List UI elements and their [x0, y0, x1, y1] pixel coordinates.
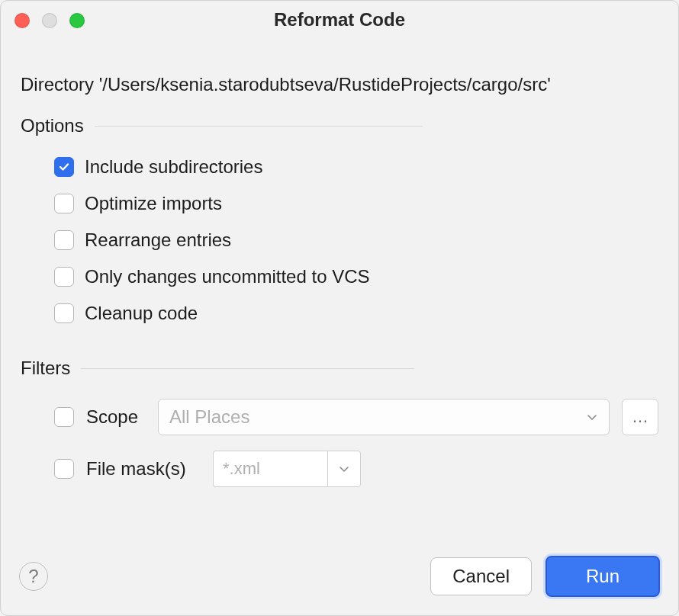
cancel-button[interactable]: Cancel — [430, 557, 532, 595]
filter-scope-row: Scope All Places … — [21, 391, 658, 443]
scope-label: Scope — [86, 406, 146, 428]
dialog-title: Reformat Code — [274, 9, 405, 30]
checkbox-include-subdirectories[interactable] — [54, 157, 74, 177]
directory-path-label: Directory '/Users/ksenia.starodubtseva/R… — [21, 74, 658, 95]
titlebar: Reformat Code — [1, 1, 678, 39]
reformat-code-dialog: Reformat Code Directory '/Users/ksenia.s… — [0, 0, 679, 616]
option-label: Include subdirectories — [85, 156, 262, 178]
checkbox-only-vcs-changes[interactable] — [54, 267, 74, 287]
help-icon: ? — [28, 566, 38, 587]
scope-browse-button[interactable]: … — [622, 399, 658, 435]
dialog-footer: ? Cancel Run — [1, 541, 678, 615]
scope-placeholder: All Places — [169, 406, 586, 428]
option-optimize-imports[interactable]: Optimize imports — [21, 185, 658, 222]
option-label: Only changes uncommitted to VCS — [85, 266, 370, 287]
checkbox-cleanup-code[interactable] — [54, 303, 74, 323]
help-button[interactable]: ? — [19, 562, 48, 591]
option-label: Rearrange entries — [85, 229, 231, 251]
window-minimize-button[interactable] — [42, 13, 57, 28]
checkbox-file-mask[interactable] — [54, 459, 74, 479]
dialog-content: Directory '/Users/ksenia.starodubtseva/R… — [1, 39, 678, 495]
checkbox-scope[interactable] — [54, 407, 74, 427]
filters-section-header: Filters — [21, 358, 658, 379]
window-controls — [14, 13, 85, 28]
option-include-subdirectories[interactable]: Include subdirectories — [21, 149, 658, 185]
file-mask-dropdown-button[interactable] — [327, 451, 361, 487]
file-mask-combobox[interactable]: *.xml — [213, 451, 361, 487]
window-close-button[interactable] — [14, 13, 30, 28]
options-section-header: Options — [21, 115, 658, 136]
file-mask-input[interactable]: *.xml — [213, 451, 327, 487]
option-cleanup-code[interactable]: Cleanup code — [21, 295, 658, 332]
chevron-down-icon — [586, 411, 598, 423]
checkbox-rearrange-entries[interactable] — [54, 230, 74, 250]
option-rearrange-entries[interactable]: Rearrange entries — [21, 222, 658, 258]
filters-section-divider — [81, 368, 414, 369]
ellipsis-icon: … — [632, 407, 648, 427]
option-label: Optimize imports — [85, 193, 222, 214]
options-section-divider — [95, 126, 423, 127]
option-only-vcs-changes[interactable]: Only changes uncommitted to VCS — [21, 258, 658, 295]
options-section-label: Options — [21, 115, 84, 136]
run-button[interactable]: Run — [545, 556, 660, 597]
checkmark-icon — [58, 161, 70, 173]
scope-combobox[interactable]: All Places — [158, 399, 610, 435]
filters-section-label: Filters — [21, 358, 70, 379]
file-mask-label: File mask(s) — [86, 458, 201, 480]
checkbox-optimize-imports[interactable] — [54, 194, 74, 213]
filter-file-mask-row: File mask(s) *.xml — [21, 443, 658, 495]
option-label: Cleanup code — [85, 303, 198, 324]
chevron-down-icon — [338, 463, 350, 475]
window-zoom-button[interactable] — [69, 13, 85, 28]
filters-section: Filters Scope All Places … — [21, 358, 658, 495]
